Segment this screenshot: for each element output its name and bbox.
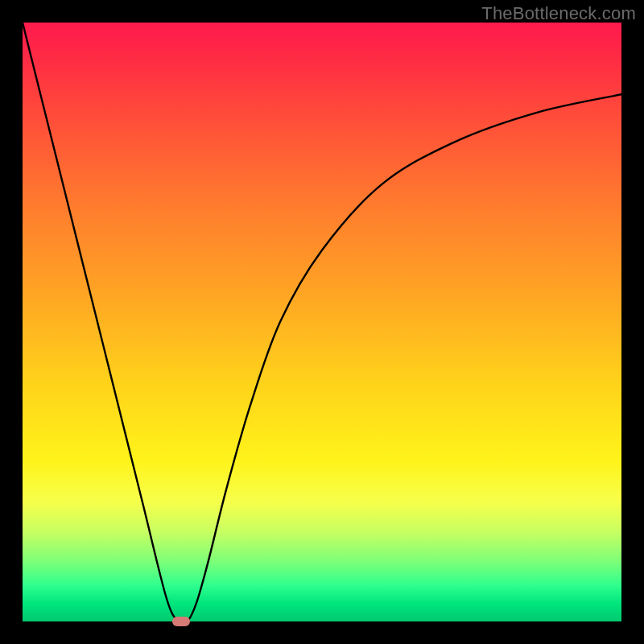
chart-frame: TheBottleneck.com [0,0,644,644]
plot-area [23,23,621,621]
bottleneck-curve [23,23,621,621]
watermark-text: TheBottleneck.com [481,3,636,24]
min-marker [172,617,190,626]
curve-path [23,23,621,621]
